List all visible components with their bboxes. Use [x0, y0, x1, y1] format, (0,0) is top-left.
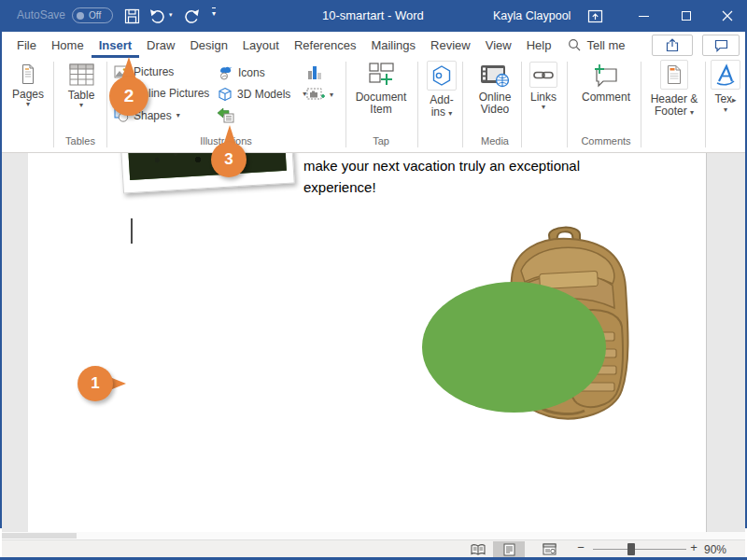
- table-icon: [69, 63, 94, 86]
- more-items-icon: ▸: [732, 95, 737, 105]
- comment-bubble-icon: [714, 39, 728, 52]
- group-divider: [705, 62, 706, 147]
- undo-button[interactable]: [148, 6, 168, 26]
- park-photo[interactable]: [120, 153, 295, 194]
- document-page[interactable]: make your next vacation truly an excepti…: [28, 153, 707, 532]
- green-ellipse-shape[interactable]: [422, 282, 606, 413]
- 3d-models-icon: [218, 87, 233, 102]
- text-button[interactable]: Tex▸ ▾: [709, 60, 742, 114]
- tab-help[interactable]: Help: [519, 32, 559, 58]
- document-item-button[interactable]: Document Item: [353, 62, 409, 116]
- window-border: [0, 0, 2, 528]
- comments-button[interactable]: [702, 35, 740, 56]
- share-button[interactable]: [652, 35, 693, 56]
- links-icon: [529, 62, 557, 88]
- chart-button[interactable]: [306, 63, 322, 81]
- tab-review[interactable]: Review: [423, 32, 478, 58]
- callout-2-number: 2: [124, 86, 134, 106]
- 3d-models-button[interactable]: 3D Models ▾: [218, 87, 306, 102]
- header-footer-label: Header & Footer ▾: [647, 93, 701, 118]
- horizontal-scrollbar-thumb[interactable]: [2, 533, 77, 539]
- undo-caret-icon[interactable]: ▾: [169, 11, 173, 19]
- callout-2: 2: [109, 77, 148, 116]
- tell-me-box[interactable]: Tell me: [568, 32, 625, 58]
- smartart-button[interactable]: [217, 107, 234, 123]
- share-icon: [665, 38, 680, 52]
- web-layout-icon: [543, 543, 557, 555]
- tab-insert[interactable]: Insert: [92, 32, 139, 58]
- text-caret-icon: ▾: [724, 106, 727, 114]
- pages-icon: [20, 63, 36, 85]
- text-icon: [711, 60, 740, 90]
- tab-mailings[interactable]: Mailings: [363, 32, 423, 58]
- read-mode-button[interactable]: [467, 541, 489, 557]
- tab-file[interactable]: File: [9, 32, 44, 58]
- window-title: 10-smartart - Word: [322, 8, 424, 22]
- add-ins-button[interactable]: Add-ins ▾: [424, 61, 459, 119]
- tab-draw[interactable]: Draw: [139, 32, 182, 58]
- print-layout-button[interactable]: [493, 541, 525, 557]
- autosave-toggle[interactable]: Off: [72, 7, 113, 23]
- quick-access-more-icon[interactable]: ▾: [212, 7, 216, 19]
- web-layout-button[interactable]: [538, 541, 560, 557]
- comments-group-label: Comments: [571, 135, 641, 147]
- ribbon-display-options-button[interactable]: [585, 7, 604, 25]
- ribbon-tab-row: File Home Insert Draw Design Layout Refe…: [2, 32, 745, 58]
- account-name[interactable]: Kayla Claypool: [493, 9, 571, 22]
- ribbon-display-options-icon: [587, 8, 603, 24]
- status-bar: − + 90%: [2, 539, 745, 557]
- read-mode-icon: [471, 544, 486, 555]
- screenshot-button[interactable]: ▾: [306, 88, 333, 102]
- online-video-button[interactable]: Online Video: [472, 64, 518, 116]
- redo-button[interactable]: [181, 6, 202, 26]
- links-button[interactable]: Links ▾: [527, 62, 560, 111]
- zoom-out-button[interactable]: −: [573, 540, 588, 554]
- header-footer-button[interactable]: Header & Footer ▾: [646, 60, 702, 118]
- save-button[interactable]: [121, 6, 142, 26]
- print-layout-icon: [503, 543, 515, 556]
- minimize-icon: [639, 16, 649, 17]
- undo-icon: [149, 8, 166, 23]
- tables-group-label: Tables: [54, 135, 106, 147]
- tab-view[interactable]: View: [478, 32, 519, 58]
- park-photo-image: [128, 153, 287, 180]
- title-bar: AutoSave Off ▾ ▾ 10-smartart - Word Kayl…: [0, 0, 747, 32]
- close-button[interactable]: [708, 0, 747, 32]
- autosave-state: Off: [89, 10, 101, 21]
- callout-1: 1: [78, 366, 113, 401]
- maximize-button[interactable]: [667, 0, 706, 32]
- add-ins-icon: [427, 61, 457, 91]
- pictures-label: Pictures: [134, 65, 174, 78]
- zoom-slider-track[interactable]: [593, 549, 686, 550]
- table-caret-icon: ▾: [79, 102, 83, 109]
- icons-button[interactable]: Icons: [218, 65, 265, 80]
- document-item-icon: [368, 62, 395, 88]
- tab-references[interactable]: References: [287, 32, 363, 58]
- comment-button[interactable]: Comment: [575, 63, 637, 104]
- group-divider: [567, 62, 568, 147]
- minimize-button[interactable]: [624, 0, 663, 32]
- tap-group-label: Tap: [357, 135, 405, 147]
- links-caret-icon: ▾: [542, 104, 545, 111]
- table-button[interactable]: Table ▾: [60, 63, 103, 109]
- 3d-models-label: 3D Models: [237, 88, 290, 101]
- icons-icon: [218, 65, 233, 80]
- online-video-label: Online Video: [473, 91, 516, 116]
- screenshot-icon: [306, 88, 325, 102]
- zoom-percentage[interactable]: 90%: [704, 543, 726, 556]
- group-divider: [345, 62, 346, 147]
- group-divider: [521, 62, 522, 147]
- zoom-slider-thumb[interactable]: [627, 543, 635, 555]
- text-label: Tex▸: [714, 93, 736, 106]
- redo-icon: [183, 8, 200, 23]
- tab-home[interactable]: Home: [44, 32, 92, 58]
- tab-design[interactable]: Design: [182, 32, 234, 58]
- horizontal-scrollbar[interactable]: [2, 532, 745, 539]
- tab-layout[interactable]: Layout: [235, 32, 287, 58]
- header-footer-icon: [660, 60, 688, 90]
- callout-3-number: 3: [224, 150, 233, 169]
- pages-button[interactable]: Pages ▾: [7, 63, 49, 108]
- zoom-in-button[interactable]: +: [686, 540, 701, 554]
- tell-me-label: Tell me: [586, 38, 625, 52]
- document-paragraph[interactable]: make your next vacation truly an excepti…: [303, 155, 626, 198]
